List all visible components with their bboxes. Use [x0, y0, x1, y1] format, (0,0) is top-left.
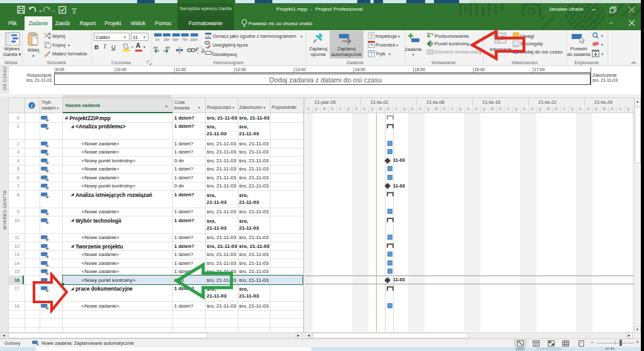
svg-text:?: ?	[370, 52, 373, 57]
svg-text:?: ?	[370, 33, 374, 39]
